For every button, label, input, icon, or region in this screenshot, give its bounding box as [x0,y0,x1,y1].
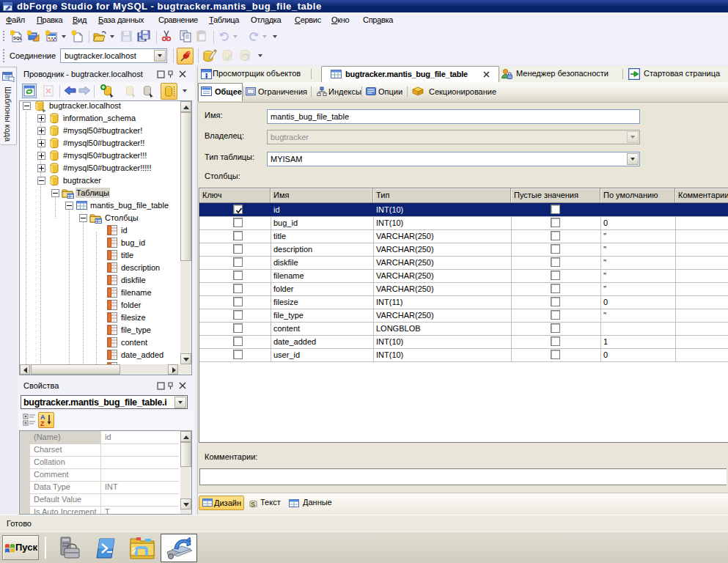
svg-text:Z: Z [40,420,45,427]
svg-text:S: S [251,501,255,508]
svg-text:SQL: SQL [13,36,23,40]
